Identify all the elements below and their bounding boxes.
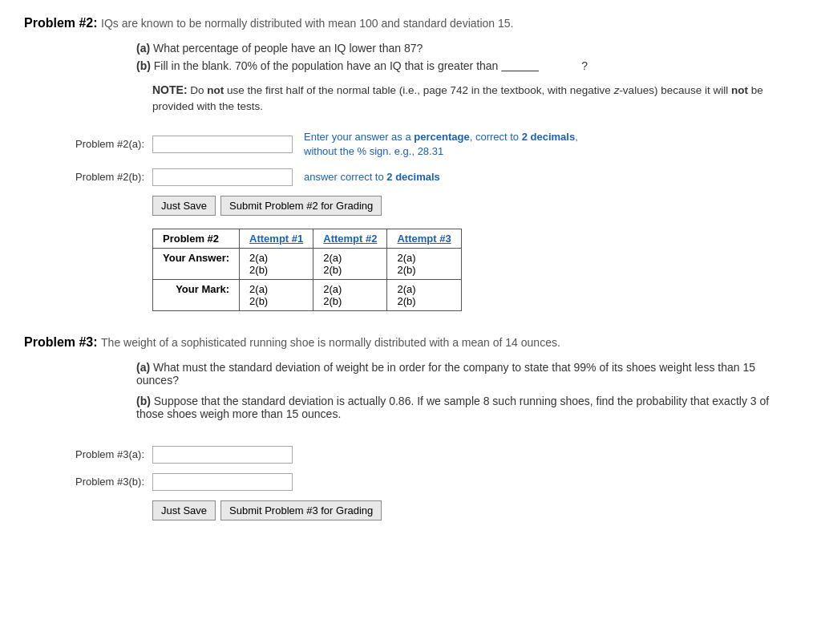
- problem2-label: Problem #2:: [24, 16, 98, 30]
- problem3-input-a[interactable]: [152, 446, 293, 464]
- table-row-mark: Your Mark: 2(a)2(b) 2(a)2(b) 2(a)2(b): [153, 279, 462, 310]
- problem2-part-a-label: (a): [136, 42, 150, 55]
- problem3-save-button[interactable]: Just Save: [152, 500, 216, 520]
- hint-b-text1: answer correct to: [304, 171, 386, 183]
- note-body: Do not use the first half of the normal …: [152, 84, 763, 112]
- problem3-label: Problem #3:: [24, 335, 98, 349]
- problem3-part-b-text: Suppose that the standard deviation is a…: [136, 395, 769, 420]
- attempt1-link[interactable]: Attempt #1: [249, 233, 303, 245]
- problem2-hint-a: Enter your answer as a percentage, corre…: [304, 130, 578, 159]
- problem2-part-b-end: ?: [581, 59, 588, 72]
- answer-attempt2: 2(a)2(b): [313, 248, 387, 279]
- your-answer-label: Your Answer:: [153, 248, 240, 279]
- attempt2-link[interactable]: Attempt #2: [323, 233, 377, 245]
- hint-a-text3: ,: [575, 131, 578, 143]
- problem2-questions: (a) What percentage of people have an IQ…: [136, 42, 797, 72]
- problem2-part-a-line: (a) What percentage of people have an IQ…: [136, 42, 797, 55]
- problem2-part-b-label: (b): [136, 59, 151, 72]
- problem2-part-b-line: (b) Fill in the blank. 70% of the popula…: [136, 59, 797, 72]
- problem2-save-button[interactable]: Just Save: [152, 196, 216, 216]
- table-col3[interactable]: Attempt #3: [387, 229, 461, 248]
- problem2-blank: [501, 59, 581, 72]
- problem3-part-b-label: (b): [136, 395, 151, 407]
- problem2-title: Problem #2: IQs are known to be normally…: [24, 16, 797, 30]
- note-heading: NOTE:: [152, 83, 188, 96]
- problem2-input-b-row: Problem #2(b): answer correct to 2 decim…: [56, 168, 797, 186]
- problem2-hint-b: answer correct to 2 decimals: [304, 170, 440, 184]
- problem2-input-a[interactable]: [152, 136, 293, 153]
- problem3-input-a-row: Problem #3(a):: [56, 446, 797, 464]
- problem2-part-a-text: What percentage of people have an IQ low…: [150, 42, 423, 55]
- answer-attempt1: 2(a)2(b): [240, 248, 313, 279]
- attempt3-link[interactable]: Attempt #3: [397, 233, 451, 245]
- table-col2[interactable]: Attempt #2: [313, 229, 387, 248]
- problem2-desc: IQs are known to be normally distributed…: [101, 17, 513, 30]
- problem3-input-b-row: Problem #3(b):: [56, 473, 797, 491]
- table-col0: Problem #2: [153, 229, 240, 248]
- problem3-part-b-line: (b) Suppose that the standard deviation …: [136, 395, 797, 420]
- table-col1[interactable]: Attempt #1: [240, 229, 313, 248]
- table-row-answer: Your Answer: 2(a)2(b) 2(a)2(b) 2(a)2(b): [153, 248, 462, 279]
- problem2-input-b-label: Problem #2(b):: [56, 171, 152, 183]
- hint-a-text4: without the % sign. e.g., 28.31: [304, 145, 443, 157]
- hint-a-bold1: percentage: [414, 131, 469, 143]
- problem2-attempts-table: Problem #2 Attempt #1 Attempt #2 Attempt…: [152, 229, 462, 311]
- problem3-section: Problem #3: The weight of a sophisticate…: [24, 335, 797, 520]
- problem3-input-b-label: Problem #3(b):: [56, 476, 152, 488]
- problem2-input-b[interactable]: [152, 168, 293, 186]
- problem3-submit-button[interactable]: Submit Problem #3 for Grading: [220, 500, 382, 520]
- problem3-questions: (a) What must the standard deviation of …: [136, 361, 797, 420]
- problem2-button-row: Just Save Submit Problem #2 for Grading: [152, 196, 797, 216]
- answer-attempt3: 2(a)2(b): [387, 248, 461, 279]
- problem2-submit-button[interactable]: Submit Problem #2 for Grading: [220, 196, 382, 216]
- mark-attempt1: 2(a)2(b): [240, 279, 313, 310]
- hint-a-text1: Enter your answer as a: [304, 131, 414, 143]
- problem2-section: Problem #2: IQs are known to be normally…: [24, 16, 797, 311]
- mark-attempt3: 2(a)2(b): [387, 279, 461, 310]
- problem3-part-a-text: What must the standard deviation of weig…: [136, 361, 755, 387]
- problem3-part-a-label: (a): [136, 361, 150, 374]
- problem3-title: Problem #3: The weight of a sophisticate…: [24, 335, 797, 350]
- mark-attempt2: 2(a)2(b): [313, 279, 387, 310]
- hint-b-bold: 2 decimals: [386, 171, 440, 183]
- problem2-note: NOTE: Do not use the first half of the n…: [152, 82, 797, 115]
- problem2-input-a-row: Problem #2(a): Enter your answer as a pe…: [56, 130, 797, 159]
- problem3-input-a-label: Problem #3(a):: [56, 448, 152, 460]
- problem3-button-row: Just Save Submit Problem #3 for Grading: [152, 500, 797, 520]
- problem3-desc: The weight of a sophisticated running sh…: [101, 336, 560, 349]
- problem2-input-a-label: Problem #2(a):: [56, 138, 152, 150]
- problem3-input-b[interactable]: [152, 473, 293, 491]
- your-mark-label: Your Mark:: [153, 279, 240, 310]
- hint-a-text2: , correct to: [470, 131, 522, 143]
- problem2-part-b-text: Fill in the blank. 70% of the population…: [151, 59, 501, 72]
- problem3-part-a-line: (a) What must the standard deviation of …: [136, 361, 797, 387]
- hint-a-bold2: 2 decimals: [522, 131, 576, 143]
